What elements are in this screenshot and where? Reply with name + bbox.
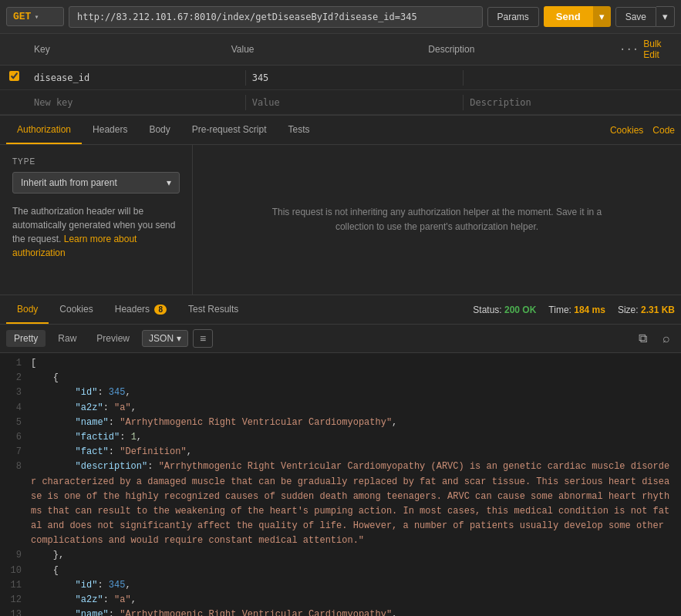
json-line: 6 "factid": 1, [0, 430, 681, 445]
table-row-new [0, 90, 681, 115]
desc-col-header: Description [422, 44, 619, 55]
time-label: Time: 184 ms [548, 305, 605, 315]
json-viewer: 1[2 {3 "id": 345,4 "a2z": "a",5 "name": … [0, 353, 681, 616]
auth-content: TYPE Inherit auth from parent ▾ The auth… [0, 145, 681, 295]
fmt-tab-pretty[interactable]: Pretty [6, 330, 46, 347]
row-checkbox[interactable] [9, 71, 19, 81]
line-number: 13 [6, 608, 31, 616]
desc-input[interactable] [464, 69, 681, 86]
json-line: 2 { [0, 371, 681, 385]
search-button[interactable]: ⌕ [658, 330, 675, 347]
json-line: 4 "a2z": "a", [0, 401, 681, 416]
json-line: 10 { [0, 564, 681, 578]
line-content: [ [31, 356, 675, 371]
line-content: "id": 345, [31, 578, 675, 593]
line-number: 5 [6, 416, 31, 430]
auth-select-value: Inherit auth from parent [21, 177, 117, 188]
format-type-value: JSON [149, 333, 174, 344]
line-content: "factid": 1, [31, 430, 675, 445]
actions-col-header: ··· Bulk Edit [619, 39, 681, 60]
save-dropdown-button[interactable]: ▾ [656, 6, 675, 27]
json-line: 8 "description": "Arrhythmogenic Right V… [0, 459, 681, 548]
wrap-button[interactable]: ≡ [193, 329, 213, 348]
json-line: 12 "a2z": "a", [0, 593, 681, 608]
format-type-chevron-icon: ▾ [177, 333, 181, 344]
status-label: Status: 200 OK [473, 305, 536, 315]
method-select[interactable]: GET ▾ [6, 7, 64, 26]
table-row [0, 66, 681, 90]
resp-tab-test-results[interactable]: Test Results [177, 296, 249, 324]
auth-select-chevron-icon: ▾ [167, 177, 171, 188]
auth-type-select[interactable]: Inherit auth from parent ▾ [12, 172, 180, 194]
resp-tab-headers[interactable]: Headers 8 [104, 296, 177, 324]
line-content: "a2z": "a", [31, 401, 675, 416]
save-btn-group: Save ▾ [615, 6, 675, 27]
resp-tab-body[interactable]: Body [6, 296, 49, 324]
json-line: 1[ [0, 356, 681, 371]
json-line: 7 "fact": "Definition", [0, 445, 681, 459]
auth-right-panel: This request is not inheriting any autho… [193, 145, 681, 295]
auth-type-label: TYPE [12, 157, 180, 166]
line-number: 11 [6, 578, 31, 593]
tab-tests[interactable]: Tests [277, 116, 320, 144]
tab-pre-request-script[interactable]: Pre-request Script [181, 116, 278, 144]
json-line: 3 "id": 345, [0, 385, 681, 400]
size-value: 2.31 KB [641, 305, 675, 315]
new-key-input[interactable] [28, 94, 245, 111]
bulk-edit-button[interactable]: Bulk Edit [643, 39, 675, 60]
format-right-actions: ⧉ ⌕ [634, 330, 675, 347]
tab-authorization[interactable]: Authorization [6, 116, 82, 144]
line-number: 6 [6, 430, 31, 445]
url-input[interactable] [69, 6, 483, 28]
key-input[interactable] [28, 69, 245, 86]
fmt-tab-raw[interactable]: Raw [50, 330, 84, 347]
params-table: Key Value Description ··· Bulk Edit [0, 34, 681, 116]
format-type-select[interactable]: JSON ▾ [142, 330, 188, 347]
json-line: 9 }, [0, 548, 681, 563]
resp-tab-cookies[interactable]: Cookies [49, 296, 103, 324]
copy-button[interactable]: ⧉ [634, 330, 652, 347]
fmt-tab-preview[interactable]: Preview [89, 330, 137, 347]
value-input[interactable] [246, 69, 464, 86]
more-options-icon[interactable]: ··· [619, 43, 639, 56]
send-dropdown-button[interactable]: ▾ [593, 6, 611, 27]
value-col-header: Value [225, 44, 423, 55]
tab-bar-right: Cookies Code [610, 125, 675, 136]
line-content: "name": "Arrhythmogenic Right Ventricula… [31, 608, 675, 616]
save-button[interactable]: Save [615, 7, 656, 27]
method-text: GET [13, 11, 31, 22]
row-check-cell [0, 71, 28, 84]
json-line: 5 "name": "Arrhythmogenic Right Ventricu… [0, 416, 681, 430]
cookies-link[interactable]: Cookies [610, 125, 643, 136]
status-value: 200 OK [504, 305, 536, 315]
auth-tab-bar: Authorization Headers Body Pre-request S… [0, 116, 681, 145]
tab-headers[interactable]: Headers [82, 116, 138, 144]
size-label: Size: 2.31 KB [618, 305, 675, 315]
new-desc-input[interactable] [464, 94, 681, 111]
format-bar: Pretty Raw Preview JSON ▾ ≡ ⧉ ⌕ [0, 325, 681, 353]
line-number: 12 [6, 593, 31, 608]
params-button[interactable]: Params [487, 7, 539, 27]
auth-description: The authorization header will be automat… [12, 204, 180, 260]
line-number: 2 [6, 371, 31, 385]
top-bar: GET ▾ Params Send ▾ Save ▾ [0, 0, 681, 34]
line-content: "id": 345, [31, 385, 675, 400]
method-chevron-icon: ▾ [34, 12, 39, 22]
line-content: }, [31, 548, 675, 563]
line-content: { [31, 371, 675, 385]
line-number: 3 [6, 385, 31, 400]
new-value-input[interactable] [246, 94, 464, 111]
send-button[interactable]: Send [544, 6, 593, 27]
code-link[interactable]: Code [652, 125, 675, 136]
headers-badge: 8 [154, 305, 167, 315]
time-value: 184 ms [574, 305, 605, 315]
auth-info-message: This request is not inheriting any autho… [264, 205, 611, 234]
tab-body[interactable]: Body [138, 116, 180, 144]
json-line: 13 "name": "Arrhythmogenic Right Ventric… [0, 608, 681, 616]
response-tab-bar: Body Cookies Headers 8 Test Results Stat… [0, 295, 681, 325]
line-number: 7 [6, 445, 31, 459]
key-col-header: Key [28, 44, 225, 55]
send-btn-group: Send ▾ [544, 6, 611, 27]
send-dropdown-chevron-icon: ▾ [599, 11, 605, 22]
line-number: 4 [6, 401, 31, 416]
